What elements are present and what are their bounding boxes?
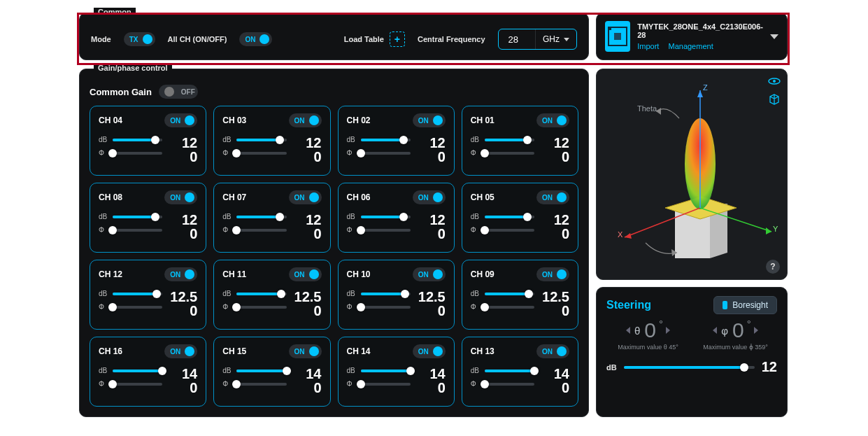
phi-slider[interactable]: [361, 306, 411, 309]
phi-slider[interactable]: [236, 152, 286, 155]
slider-thumb[interactable]: [108, 149, 117, 157]
slider-thumb[interactable]: [277, 290, 285, 298]
boresight-button[interactable]: Boresight: [713, 296, 777, 314]
phi-value[interactable]: 0: [732, 320, 751, 341]
chevron-down-icon[interactable]: [770, 34, 778, 39]
slider-thumb[interactable]: [232, 303, 241, 311]
slider-thumb[interactable]: [399, 213, 408, 221]
slider-thumb[interactable]: [151, 136, 159, 144]
db-slider[interactable]: [236, 370, 286, 372]
channel-toggle[interactable]: ON: [289, 267, 322, 281]
slider-thumb[interactable]: [406, 367, 415, 375]
channel-toggle[interactable]: ON: [164, 190, 197, 204]
db-slider[interactable]: [485, 139, 534, 141]
phi-slider[interactable]: [361, 383, 411, 386]
db-slider[interactable]: [361, 370, 411, 372]
channel-toggle[interactable]: ON: [164, 344, 197, 358]
phi-slider[interactable]: [485, 383, 534, 386]
slider-thumb[interactable]: [399, 136, 408, 144]
db-slider[interactable]: [113, 293, 162, 295]
db-slider[interactable]: [236, 293, 286, 295]
phi-slider[interactable]: [113, 383, 162, 386]
slider-thumb[interactable]: [481, 303, 489, 311]
slider-thumb[interactable]: [740, 363, 748, 372]
phi-slider[interactable]: [236, 229, 286, 232]
slider-thumb[interactable]: [108, 226, 117, 234]
slider-thumb[interactable]: [232, 149, 241, 157]
rotate-view-icon[interactable]: [767, 75, 781, 87]
slider-thumb[interactable]: [276, 213, 284, 221]
theta-value[interactable]: 0: [644, 320, 663, 341]
slider-thumb[interactable]: [401, 290, 409, 298]
db-slider[interactable]: [236, 139, 286, 141]
db-slider[interactable]: [485, 293, 534, 295]
slider-thumb[interactable]: [481, 226, 489, 234]
channel-toggle[interactable]: ON: [289, 190, 322, 204]
cube-view-icon[interactable]: [767, 93, 781, 106]
channel-toggle[interactable]: ON: [289, 344, 322, 358]
load-table-button[interactable]: +: [390, 31, 405, 47]
db-slider[interactable]: [113, 139, 162, 141]
phi-increment[interactable]: [754, 327, 758, 334]
db-slider[interactable]: [113, 370, 162, 372]
phi-slider[interactable]: [485, 152, 534, 155]
device-management-link[interactable]: Management: [668, 42, 713, 50]
device-import-link[interactable]: Import: [637, 42, 659, 50]
phi-slider[interactable]: [113, 306, 162, 309]
steer-db-slider[interactable]: [624, 366, 755, 369]
slider-thumb[interactable]: [276, 136, 284, 144]
channel-toggle[interactable]: ON: [536, 344, 569, 358]
db-slider[interactable]: [361, 139, 411, 141]
slider-thumb[interactable]: [357, 226, 365, 234]
allch-toggle[interactable]: ON: [239, 32, 272, 46]
db-slider[interactable]: [361, 293, 411, 295]
phi-slider[interactable]: [485, 306, 534, 309]
channel-toggle[interactable]: ON: [413, 267, 446, 281]
slider-thumb[interactable]: [357, 303, 365, 311]
phi-slider[interactable]: [485, 229, 534, 232]
slider-thumb[interactable]: [357, 149, 365, 157]
channel-toggle[interactable]: ON: [536, 113, 569, 127]
phi-slider[interactable]: [361, 152, 411, 155]
db-slider[interactable]: [236, 216, 286, 218]
db-slider[interactable]: [113, 216, 162, 218]
channel-toggle[interactable]: ON: [536, 190, 569, 204]
channel-toggle[interactable]: ON: [164, 267, 197, 281]
device-card[interactable]: TMYTEK_28ONE_4x4_C2130E006-28 Import Man…: [596, 13, 788, 60]
mode-toggle[interactable]: TX: [124, 32, 155, 46]
slider-thumb[interactable]: [151, 213, 159, 221]
db-slider[interactable]: [361, 216, 411, 218]
slider-thumb[interactable]: [152, 290, 161, 298]
db-slider[interactable]: [485, 370, 534, 372]
channel-toggle[interactable]: ON: [413, 113, 446, 127]
phi-decrement[interactable]: [713, 327, 717, 334]
beam-visualization[interactable]: Z X Y Theta ?: [596, 69, 788, 280]
channel-toggle[interactable]: ON: [164, 113, 197, 127]
slider-thumb[interactable]: [357, 380, 365, 388]
phi-slider[interactable]: [113, 229, 162, 232]
theta-decrement[interactable]: [626, 327, 630, 334]
slider-thumb[interactable]: [108, 380, 117, 388]
channel-toggle[interactable]: ON: [413, 190, 446, 204]
central-freq-input[interactable]: 28 GHz: [498, 29, 577, 50]
slider-thumb[interactable]: [158, 367, 166, 375]
slider-thumb[interactable]: [530, 367, 539, 375]
slider-thumb[interactable]: [481, 149, 489, 157]
help-button[interactable]: ?: [766, 260, 780, 274]
channel-toggle[interactable]: ON: [536, 267, 569, 281]
slider-thumb[interactable]: [283, 367, 291, 375]
slider-thumb[interactable]: [481, 380, 489, 388]
channel-toggle[interactable]: ON: [289, 113, 322, 127]
phi-slider[interactable]: [113, 152, 162, 155]
slider-thumb[interactable]: [525, 290, 533, 298]
phi-slider[interactable]: [361, 229, 411, 232]
slider-thumb[interactable]: [523, 213, 532, 221]
phi-slider[interactable]: [236, 306, 286, 309]
slider-thumb[interactable]: [232, 226, 241, 234]
db-slider[interactable]: [485, 216, 534, 218]
slider-thumb[interactable]: [108, 303, 117, 311]
slider-thumb[interactable]: [232, 380, 241, 388]
slider-thumb[interactable]: [523, 136, 532, 144]
phi-slider[interactable]: [236, 383, 286, 386]
common-gain-toggle[interactable]: OFF: [159, 85, 198, 99]
